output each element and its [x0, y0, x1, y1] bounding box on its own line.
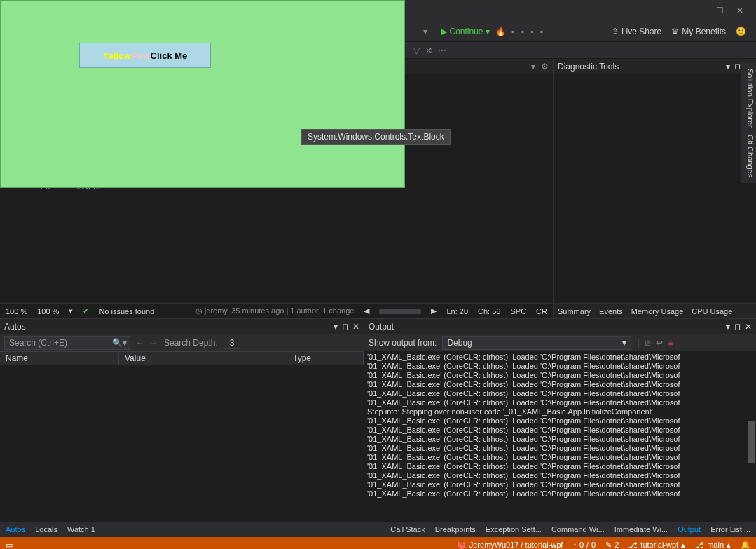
- repo-selector[interactable]: ⎇ tutorial-wpf ▴: [628, 541, 685, 550]
- diagnostic-body: [554, 74, 756, 303]
- changes-count[interactable]: ✎ 2: [605, 541, 619, 550]
- caret-line: Ln: 20: [446, 307, 468, 316]
- autos-search[interactable]: Search (Ctrl+E) 🔍▾: [4, 336, 130, 350]
- tab-watch[interactable]: Watch 1: [67, 525, 95, 534]
- github-repo[interactable]: 🐙 JeremyWu917 / tutorial-wpf: [457, 541, 563, 550]
- autos-title: Autos: [4, 322, 329, 332]
- right-tool-tabs: Solution Explorer Git Changes: [741, 63, 756, 183]
- issues-label[interactable]: No issues found: [99, 307, 154, 316]
- depth-label: Search Depth:: [164, 338, 218, 348]
- minimize-icon[interactable]: —: [695, 6, 703, 15]
- col-type[interactable]: Type: [287, 352, 364, 365]
- wpf-text-click: Click Me: [151, 50, 188, 61]
- autos-panel: Autos ▾ ⊓ ✕ Search (Ctrl+E) 🔍▾ ← → Searc…: [0, 319, 364, 522]
- toggle-icon[interactable]: ≡: [668, 338, 673, 348]
- tab-command[interactable]: Command Wi...: [551, 525, 605, 534]
- gear-icon[interactable]: ⚙: [541, 62, 549, 72]
- dropdown-icon[interactable]: ▾: [726, 322, 730, 332]
- close-icon[interactable]: ✕: [745, 322, 752, 332]
- output-indicator-icon[interactable]: ▭: [6, 541, 13, 550]
- window-controls: — ☐ ✕: [687, 6, 752, 15]
- pin-icon[interactable]: ⊓: [734, 322, 741, 332]
- col-name[interactable]: Name: [0, 352, 119, 365]
- hscrollbar[interactable]: [379, 309, 421, 314]
- wpf-button[interactable]: YellowPinkClick Me: [79, 43, 211, 68]
- output-source-select[interactable]: Debug▾: [442, 336, 631, 350]
- eol-mode[interactable]: CR: [536, 307, 547, 316]
- intellisense-tooltip: System.Windows.Controls.TextBlock: [301, 129, 451, 145]
- nav-fwd-icon[interactable]: →: [150, 338, 158, 348]
- output-toolbar: Show output from: Debug▾ | ⎚ ↩ ≡: [364, 334, 756, 351]
- maximize-icon[interactable]: ☐: [716, 6, 724, 15]
- feedback-icon[interactable]: 🙂: [736, 27, 746, 36]
- shuffle-icon[interactable]: ⤭: [425, 46, 432, 55]
- branch-selector[interactable]: ⎇ main ▴: [695, 541, 731, 550]
- notifications-icon[interactable]: 🔔: [741, 541, 750, 550]
- scroll-left-icon[interactable]: ◀: [364, 306, 369, 316]
- hot-reload-icon[interactable]: 🔥: [495, 27, 506, 36]
- tab-autos[interactable]: Autos: [6, 525, 25, 534]
- wpf-text-pink: Pink: [131, 50, 150, 61]
- nav-dropdown-icon[interactable]: ▾: [531, 62, 535, 72]
- autos-body[interactable]: [0, 365, 364, 522]
- tab-immediate[interactable]: Immediate Wi...: [614, 525, 668, 534]
- diagnostic-header: Diagnostic Tools ▾ ⊓ ✕: [554, 59, 756, 74]
- vscrollbar[interactable]: [748, 421, 755, 463]
- pin-icon[interactable]: ⊓: [734, 62, 741, 72]
- search-placeholder: Search (Ctrl+E): [9, 338, 67, 348]
- show-from-label: Show output from:: [369, 338, 437, 348]
- tab-memory[interactable]: Memory Usage: [631, 307, 684, 316]
- col-value[interactable]: Value: [119, 352, 287, 365]
- zoom-level[interactable]: 100 %: [6, 307, 27, 316]
- dropdown-icon[interactable]: ▾: [334, 322, 338, 332]
- statusbar: ▭ 🐙 JeremyWu917 / tutorial-wpf ↑ 0 / 0 ✎…: [0, 537, 756, 549]
- separator: |: [637, 338, 639, 348]
- tab-callstack[interactable]: Call Stack: [390, 525, 425, 534]
- dropdown-icon[interactable]: ▾: [726, 62, 730, 72]
- tab-solution-explorer[interactable]: Solution Explorer: [742, 69, 755, 128]
- filter-icon[interactable]: ▽: [413, 46, 420, 55]
- close-icon[interactable]: ✕: [736, 6, 743, 15]
- wpf-text-yellow: Yellow: [103, 50, 131, 61]
- tab-summary[interactable]: Summary: [558, 307, 591, 316]
- tab-errorlist[interactable]: Error List ...: [710, 525, 750, 534]
- diagnostic-title: Diagnostic Tools: [558, 62, 722, 72]
- more-icon[interactable]: ⋯: [438, 46, 446, 55]
- check-icon: ✔: [83, 306, 89, 316]
- search-icon: 🔍▾: [112, 338, 127, 348]
- code-lens[interactable]: ◷ jeremy, 35 minutes ago | 1 author, 1 c…: [195, 306, 355, 316]
- tab-locals[interactable]: Locals: [35, 525, 57, 534]
- tab-git-changes[interactable]: Git Changes: [742, 135, 755, 177]
- close-icon[interactable]: ✕: [352, 322, 359, 332]
- pin-icon[interactable]: ⊓: [342, 322, 348, 332]
- caret-col: Ch: 56: [478, 307, 500, 316]
- output-panel: Output ▾ ⊓ ✕ Show output from: Debug▾ | …: [364, 319, 756, 522]
- chevron-icon[interactable]: ▾: [69, 306, 73, 316]
- dropdown-icon[interactable]: ▾: [423, 27, 427, 36]
- separator: |: [433, 27, 435, 36]
- scroll-right-icon[interactable]: ▶: [431, 306, 437, 316]
- wrap-icon[interactable]: ↩: [656, 338, 663, 348]
- clear-icon[interactable]: ⎚: [645, 338, 650, 348]
- tab-breakpoints[interactable]: Breakpoints: [435, 525, 476, 534]
- sync-status[interactable]: ↑ 0 / 0: [572, 541, 596, 549]
- tab-events[interactable]: Events: [599, 307, 623, 316]
- editor-statusbar: 100 % 100 % ▾ ✔ No issues found ◷ jeremy…: [0, 303, 553, 318]
- tab-exception[interactable]: Exception Sett...: [486, 525, 542, 534]
- nav-back-icon[interactable]: ←: [136, 338, 144, 348]
- toolbar-icons[interactable]: ▪ ▪ ▪ ▪: [511, 27, 545, 36]
- diagnostic-tabs: Summary Events Memory Usage CPU Usage: [554, 303, 756, 318]
- live-share-button[interactable]: ⇪ Live Share: [612, 27, 661, 36]
- autos-header: Autos ▾ ⊓ ✕: [0, 319, 364, 334]
- my-benefits-button[interactable]: ♛ My Benefits: [671, 27, 726, 36]
- running-app-window[interactable]: YellowPinkClick Me: [0, 0, 405, 188]
- autos-toolbar: Search (Ctrl+E) 🔍▾ ← → Search Depth: 3: [0, 334, 364, 351]
- depth-value[interactable]: 3: [224, 337, 241, 349]
- zoom-level-2[interactable]: 100 %: [37, 307, 59, 316]
- continue-button[interactable]: ▶ Continue ▾: [441, 27, 490, 36]
- diagnostic-tools-panel: Diagnostic Tools ▾ ⊓ ✕ Summary Events Me…: [553, 59, 756, 318]
- output-text[interactable]: '01_XAML_Basic.exe' (CoreCLR: clrhost): …: [364, 351, 756, 522]
- indent-mode[interactable]: SPC: [510, 307, 526, 316]
- tab-cpu[interactable]: CPU Usage: [692, 307, 732, 316]
- tab-output[interactable]: Output: [678, 525, 701, 534]
